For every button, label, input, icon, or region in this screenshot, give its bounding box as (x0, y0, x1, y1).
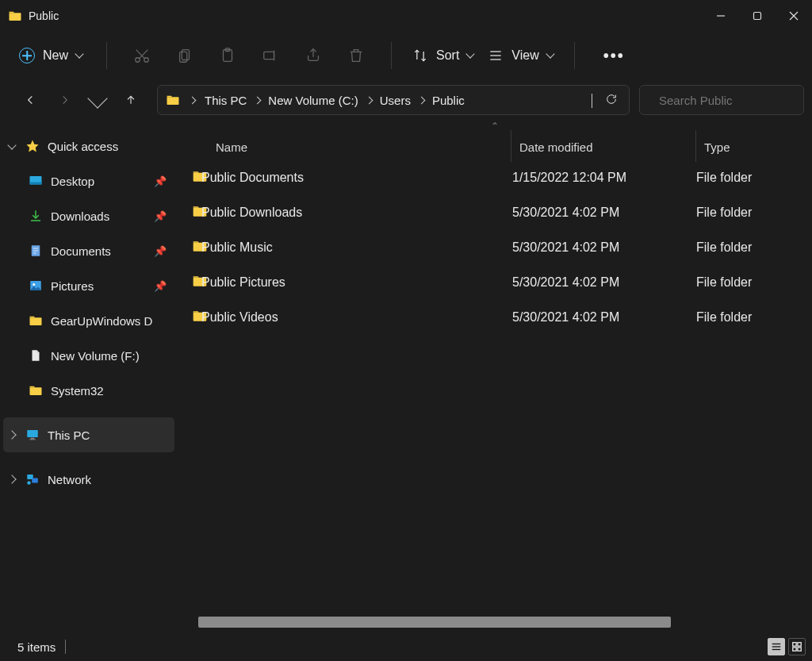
breadcrumb-item[interactable]: New Volume (C:) (268, 94, 358, 107)
sidebar-item-label: Downloads (51, 209, 147, 223)
sidebar-this-pc[interactable]: This PC (3, 417, 174, 452)
item-count: 5 items (17, 640, 56, 654)
svg-rect-38 (798, 648, 801, 651)
window-title: Public (29, 10, 59, 22)
refresh-button[interactable] (605, 93, 618, 108)
chevron-down-icon (87, 88, 107, 108)
column-header-name[interactable]: Name (178, 140, 511, 154)
sidebar-quick-access[interactable]: Quick access (3, 129, 174, 163)
delete-button[interactable] (337, 38, 375, 73)
sidebar-item-volume[interactable]: New Volume (F:) (3, 338, 174, 373)
up-button[interactable] (124, 93, 138, 107)
paste-button[interactable] (209, 38, 247, 73)
sort-button[interactable]: Sort (408, 41, 478, 70)
chevron-down-icon (7, 140, 16, 149)
back-button[interactable] (24, 93, 38, 107)
status-bar: 5 items (0, 632, 812, 661)
view-button[interactable]: View (483, 41, 557, 70)
folder-icon (178, 273, 201, 292)
sidebar-item-label: System32 (51, 384, 168, 398)
navigation-pane: Quick access Desktop 📌 Downloads 📌 Docum… (0, 121, 178, 632)
recent-locations-button[interactable] (90, 93, 105, 107)
cut-button[interactable] (123, 38, 161, 73)
breadcrumb-item[interactable]: This PC (205, 94, 247, 107)
file-type: File folder (696, 206, 812, 220)
column-headers: Name Date modified Type (178, 133, 812, 160)
minimize-button[interactable] (703, 0, 739, 32)
monitor-icon (24, 428, 41, 442)
new-button[interactable]: New (11, 41, 90, 70)
column-header-date[interactable]: Date modified (511, 140, 695, 154)
search-box[interactable] (639, 85, 804, 115)
svg-point-5 (136, 58, 140, 63)
file-date: 5/30/2021 4:02 PM (512, 310, 696, 325)
sidebar-item-folder[interactable]: GearUpWindows D (3, 303, 174, 338)
sidebar-item-documents[interactable]: Documents 📌 (3, 233, 174, 268)
sidebar-item-pictures[interactable]: Pictures 📌 (3, 268, 174, 303)
file-type: File folder (696, 171, 812, 185)
trash-icon (347, 47, 365, 64)
file-name: Public Downloads (201, 206, 512, 220)
forward-button[interactable] (57, 93, 71, 107)
breadcrumb-item[interactable]: Users (380, 94, 411, 107)
svg-point-6 (144, 58, 149, 63)
breadcrumb-item[interactable]: Public (432, 94, 465, 107)
address-dropdown-button[interactable] (592, 94, 592, 107)
file-name: Public Videos (201, 310, 512, 325)
new-button-label: New (43, 48, 68, 63)
more-options-button[interactable]: ••• (591, 47, 638, 65)
sidebar-item-downloads[interactable]: Downloads 📌 (3, 198, 174, 233)
file-row[interactable]: Public Documents1/15/2022 12:04 PMFile f… (178, 160, 812, 195)
file-row[interactable]: Public Pictures5/30/2021 4:02 PMFile fol… (178, 265, 812, 300)
separator (65, 640, 66, 654)
copy-button[interactable] (166, 38, 204, 73)
sort-button-label: Sort (436, 48, 459, 63)
sidebar-item-label: Quick access (48, 140, 168, 153)
sidebar-item-folder[interactable]: System32 (3, 373, 174, 408)
chevron-down-icon (466, 49, 475, 58)
horizontal-scrollbar[interactable] (198, 617, 812, 628)
file-type: File folder (696, 275, 812, 290)
svg-point-31 (27, 481, 31, 485)
svg-rect-7 (182, 50, 189, 60)
file-name: Public Music (201, 240, 512, 255)
share-icon (304, 47, 322, 64)
svg-rect-35 (793, 643, 796, 646)
file-row[interactable]: Public Downloads5/30/2021 4:02 PMFile fo… (178, 195, 812, 230)
svg-rect-26 (27, 430, 38, 437)
rename-button[interactable] (251, 38, 289, 73)
folder-icon (178, 238, 201, 257)
sort-icon (412, 48, 428, 63)
pin-icon: 📌 (154, 245, 167, 257)
file-date: 5/30/2021 4:02 PM (512, 275, 696, 290)
maximize-button[interactable] (739, 0, 776, 32)
sidebar-item-label: Desktop (51, 175, 147, 188)
desktop-icon (27, 174, 44, 188)
separator (391, 42, 392, 69)
file-row[interactable]: Public Music5/30/2021 4:02 PMFile folder (178, 230, 812, 265)
folder-icon (166, 93, 200, 107)
chevron-down-icon (75, 49, 83, 58)
address-bar[interactable]: This PC New Volume (C:) Users Public (157, 85, 630, 115)
sidebar-network[interactable]: Network (3, 462, 174, 497)
svg-rect-27 (31, 438, 35, 440)
chevron-right-icon (417, 96, 425, 104)
svg-rect-11 (264, 52, 274, 59)
search-input[interactable] (659, 94, 810, 107)
network-icon (24, 472, 41, 486)
details-view-toggle[interactable] (768, 638, 785, 655)
file-type: File folder (696, 240, 812, 255)
chevron-down-icon (592, 94, 592, 108)
thumbnails-view-toggle[interactable] (788, 638, 806, 655)
scrollbar-thumb[interactable] (198, 617, 671, 628)
close-button[interactable] (776, 0, 812, 32)
sidebar-item-desktop[interactable]: Desktop 📌 (3, 163, 174, 198)
file-row[interactable]: Public Videos5/30/2021 4:02 PMFile folde… (178, 300, 812, 335)
share-button[interactable] (294, 38, 332, 73)
column-header-type[interactable]: Type (696, 140, 812, 154)
sidebar-item-label: Documents (51, 244, 147, 258)
svg-point-25 (33, 283, 35, 286)
column-sort-indicator: ⌃ (178, 121, 812, 133)
separator (574, 42, 575, 69)
pin-icon: 📌 (154, 175, 167, 187)
